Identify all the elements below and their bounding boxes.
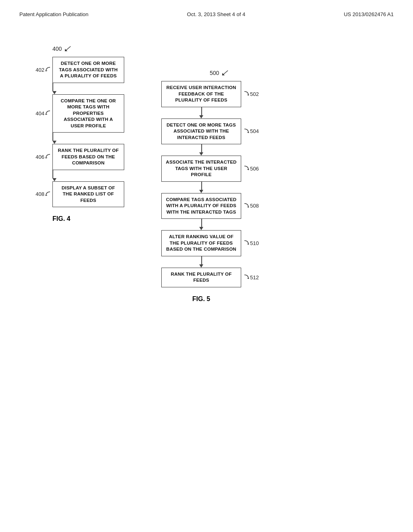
ref-curve-icon-510	[244, 240, 249, 246]
fig5-box-502: RECEIVE USER INTERACTION FEEDBACK OF THE…	[161, 81, 241, 107]
arrow-402-404	[52, 91, 56, 94]
fig5-box-510: ALTER RANKING VALUE OF THE PLURALITY OF …	[161, 230, 241, 256]
ref-curve-icon-402	[45, 66, 51, 73]
fig4-label: FIG. 4	[52, 215, 70, 222]
svg-marker-5	[45, 195, 48, 196]
svg-marker-9	[247, 132, 249, 133]
connector-506-508	[201, 182, 202, 190]
fig5-flowchart: 500 RECEIVE USER INTERACTION FEEDBACK OF…	[161, 70, 274, 303]
fig5-label: FIG. 5	[161, 295, 241, 303]
arrow-508-510	[199, 227, 203, 230]
fig4-ref-402: 402	[32, 66, 51, 73]
connector-504-506	[201, 144, 202, 152]
svg-marker-11	[247, 207, 249, 208]
fig4-step-402-wrapper: 402 DETECT ONE OR MORE TAGS ASSOCIATED W…	[32, 57, 124, 83]
fig5-box-504: DETECT ONE OR MORE TAGS ASSOCIATED WITH …	[161, 118, 241, 145]
svg-marker-10	[247, 169, 249, 170]
fig5-ref-510: 510	[244, 240, 259, 246]
svg-marker-13	[247, 278, 249, 279]
fig5-box-508: COMPARE TAGS ASSOCIATED WITH A PLURALITY…	[161, 193, 241, 219]
connector-406-408	[52, 170, 53, 178]
fig4-ref-404: 404	[32, 110, 51, 116]
svg-marker-12	[247, 244, 249, 245]
connector-502-504	[201, 107, 202, 115]
fig4-ref-408: 408	[32, 191, 51, 197]
connector-510-512	[201, 256, 202, 264]
page-header: Patent Application Publication Oct. 3, 2…	[0, 0, 413, 21]
fig5-arrow-icon	[221, 70, 229, 77]
svg-marker-2	[45, 71, 48, 71]
fig4-box-408: DISPLAY A SUBSET OF THE RANKED LIST OF F…	[52, 181, 124, 208]
fig4-step-408-wrapper: 408 DISPLAY A SUBSET OF THE RANKED LIST …	[32, 181, 124, 208]
svg-marker-4	[45, 158, 48, 158]
ref-curve-icon-406	[45, 154, 51, 160]
fig5-ref-506: 506	[244, 165, 259, 172]
fig5-diagram-number: 500	[210, 70, 219, 76]
connector-508-510	[201, 219, 202, 227]
header-center: Oct. 3, 2013 Sheet 4 of 4	[187, 11, 246, 17]
header-right: US 2013/0262476 A1	[344, 11, 394, 17]
svg-marker-8	[247, 95, 249, 96]
ref-curve-icon-512	[244, 274, 249, 281]
ref-curve-icon-502	[244, 91, 249, 97]
fig5-box-506: ASSOCIATE THE INTERACTED TAGS WITH THE U…	[161, 156, 241, 182]
arrow-510-512	[199, 264, 203, 268]
fig5-step-508-wrapper: COMPARE TAGS ASSOCIATED WITH A PLURALITY…	[161, 193, 259, 219]
fig5-step-504-wrapper: DETECT ONE OR MORE TAGS ASSOCIATED WITH …	[161, 118, 259, 145]
header-left: Patent Application Publication	[19, 11, 88, 17]
fig4-ref-406: 406	[32, 154, 51, 160]
fig4-flowchart: 400 402 DETECT ONE OR MORE TAGS ASSOCIAT…	[32, 46, 137, 222]
fig5-step-510-wrapper: ALTER RANKING VALUE OF THE PLURALITY OF …	[161, 230, 259, 256]
fig4-arrow-icon	[63, 46, 72, 53]
fig5-ref-508: 508	[244, 203, 259, 209]
fig4-box-402: DETECT ONE OR MORE TAGS ASSOCIATED WITH …	[52, 57, 124, 83]
ref-curve-icon-404	[45, 110, 51, 116]
svg-marker-3	[45, 114, 48, 115]
ref-curve-icon-506	[244, 165, 249, 172]
page: Patent Application Publication Oct. 3, 2…	[0, 0, 413, 532]
arrow-506-508	[199, 190, 203, 193]
fig4-step-404-wrapper: 404 COMPARE THE ONE OR MORE TAGS WITH PR…	[32, 94, 124, 133]
main-content: 400 402 DETECT ONE OR MORE TAGS ASSOCIAT…	[0, 21, 413, 319]
ref-curve-icon-408	[45, 191, 51, 197]
fig4-diagram-number: 400	[52, 46, 62, 52]
fig4-box-404: COMPARE THE ONE OR MORE TAGS WITH PROPER…	[52, 94, 124, 133]
arrow-404-406	[52, 141, 56, 144]
fig5-step-506-wrapper: ASSOCIATE THE INTERACTED TAGS WITH THE U…	[161, 156, 259, 182]
fig4-step-406-wrapper: 406 RANK THE PLURALITY OF FEEDS BASED ON…	[32, 144, 124, 170]
arrow-504-506	[199, 152, 203, 156]
fig5-step-502-wrapper: RECEIVE USER INTERACTION FEEDBACK OF THE…	[161, 81, 259, 107]
fig5-box-512: RANK THE PLURALITY OF FEEDS	[161, 268, 241, 287]
arrow-502-504	[199, 115, 203, 118]
fig5-step-512-wrapper: RANK THE PLURALITY OF FEEDS 512	[161, 268, 259, 287]
fig5-ref-512: 512	[244, 274, 259, 281]
ref-curve-icon-508	[244, 203, 249, 209]
ref-curve-icon-504	[244, 128, 249, 135]
connector-402-404	[52, 83, 53, 91]
fig4-box-406: RANK THE PLURALITY OF FEEDS BASED ON THE…	[52, 144, 124, 170]
connector-404-406	[52, 133, 53, 141]
arrow-406-408	[52, 178, 56, 181]
fig5-ref-504: 504	[244, 128, 259, 135]
fig5-ref-502: 502	[244, 91, 259, 97]
